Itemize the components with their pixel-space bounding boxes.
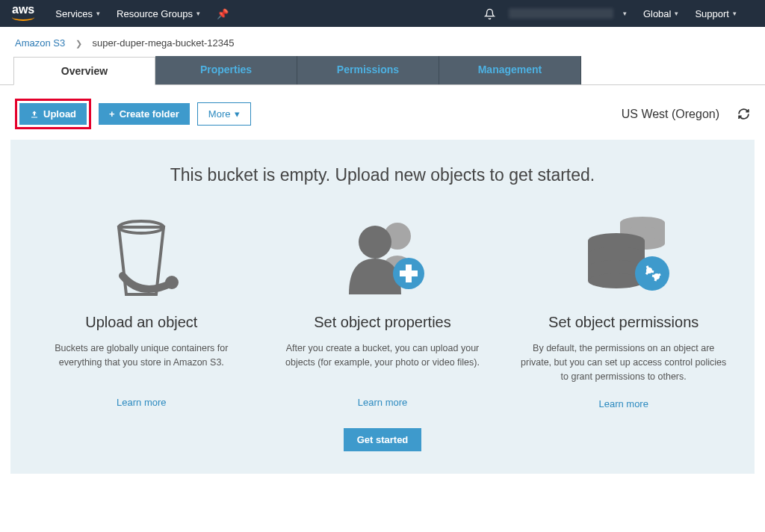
svg-rect-0 [31, 117, 37, 117]
card-desc: By default, the permissions on an object… [519, 341, 728, 383]
create-folder-label: Create folder [120, 108, 179, 120]
card-title: Set object properties [279, 314, 487, 331]
region-menu[interactable]: Global ▾ [643, 8, 679, 19]
more-label: More [208, 108, 231, 120]
bucket-tabs: Overview Properties Permissions Manageme… [0, 56, 765, 85]
pin-icon[interactable]: 📌 [217, 8, 229, 19]
get-started-button[interactable]: Get started [344, 428, 422, 451]
upload-button[interactable]: Upload [19, 103, 87, 125]
people-illustration [279, 212, 487, 302]
support-label: Support [695, 8, 729, 19]
database-illustration [519, 212, 728, 302]
breadcrumb-root[interactable]: Amazon S3 [15, 37, 65, 49]
learn-more-link[interactable]: Learn more [117, 397, 166, 408]
learn-more-link[interactable]: Learn more [598, 398, 648, 409]
toolbar: Upload + Create folder More ▾ US West (O… [0, 85, 765, 140]
caret-down-icon: ▾ [235, 108, 240, 120]
upload-label: Upload [43, 108, 76, 120]
tab-permissions[interactable]: Permissions [297, 56, 439, 84]
region-label: US West (Oregon) [622, 108, 719, 121]
resource-groups-label: Resource Groups [117, 8, 193, 19]
svg-point-20 [635, 256, 669, 291]
breadcrumb-separator-icon: ❯ [75, 39, 82, 48]
global-label: Global [643, 8, 672, 19]
caret-down-icon: ▾ [623, 10, 627, 17]
support-menu[interactable]: Support ▾ [695, 8, 737, 19]
card-title: Set object permissions [519, 314, 728, 331]
onboarding-cards: Upload an object Buckets are globally un… [28, 212, 737, 410]
services-menu[interactable]: Services ▾ [55, 8, 100, 19]
card-set-properties: Set object properties After you create a… [270, 212, 496, 410]
card-upload-object: Upload an object Buckets are globally un… [28, 212, 255, 410]
caret-down-icon: ▾ [675, 10, 678, 17]
caret-down-icon: ▾ [196, 10, 200, 17]
plus-icon: + [109, 108, 115, 120]
aws-logo[interactable]: aws [12, 3, 34, 24]
refresh-icon[interactable] [737, 108, 750, 120]
breadcrumb-bucket: super-duper-mega-bucket-12345 [92, 37, 234, 49]
svg-rect-7 [400, 270, 418, 276]
resource-groups-menu[interactable]: Resource Groups ▾ [117, 8, 200, 19]
tab-management[interactable]: Management [439, 56, 581, 84]
learn-more-link[interactable]: Learn more [358, 397, 407, 408]
caret-down-icon: ▾ [96, 10, 100, 17]
svg-point-4 [359, 226, 391, 259]
aws-swoosh-icon [12, 13, 34, 21]
upload-icon [30, 110, 39, 119]
card-desc: After you create a bucket, you can uploa… [279, 341, 487, 382]
svg-point-2 [165, 276, 179, 289]
notifications-icon[interactable] [484, 8, 495, 19]
empty-headline: This bucket is empty. Upload new objects… [28, 165, 737, 185]
tab-properties[interactable]: Properties [155, 56, 297, 84]
empty-state-panel: This bucket is empty. Upload new objects… [10, 140, 755, 474]
tab-overview[interactable]: Overview [13, 57, 155, 85]
caret-down-icon: ▾ [733, 10, 737, 17]
card-set-permissions: Set object permissions By default, the p… [510, 212, 737, 410]
breadcrumb: Amazon S3 ❯ super-duper-mega-bucket-1234… [0, 27, 765, 56]
card-title: Upload an object [37, 314, 246, 331]
account-menu[interactable]: ▾ [509, 8, 627, 19]
top-nav: aws Services ▾ Resource Groups ▾ 📌 ▾ Glo… [0, 0, 765, 27]
card-desc: Buckets are globally unique containers f… [37, 341, 246, 382]
bucket-illustration [37, 212, 246, 302]
create-folder-button[interactable]: + Create folder [99, 103, 190, 125]
tutorial-highlight: Upload [15, 99, 91, 129]
more-menu[interactable]: More ▾ [197, 102, 252, 126]
services-label: Services [55, 8, 93, 19]
account-name-blurred [509, 8, 613, 19]
